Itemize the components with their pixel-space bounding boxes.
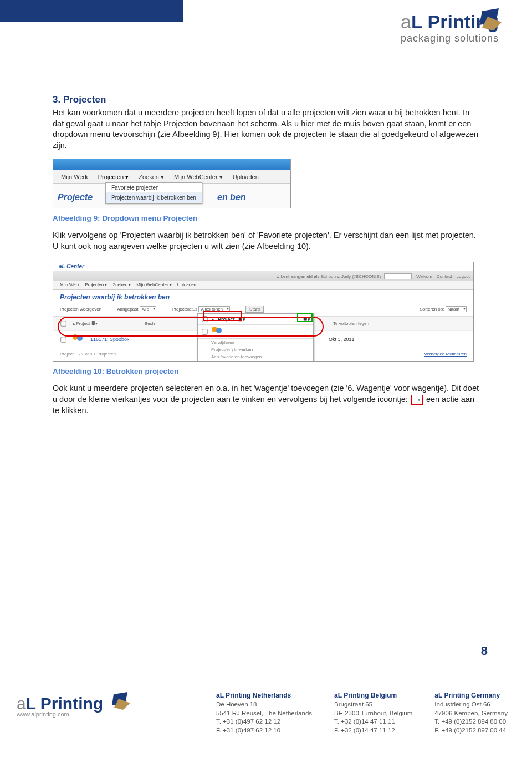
ss2-foot-left: Project 1 - 1 van 1 Projecten [60, 352, 116, 357]
ss2-link[interactable]: Welkom [416, 274, 432, 279]
footer-be-l2: BE-2300 Turnhout, Belgium [334, 709, 412, 718]
footer-brand-main: L Printing [26, 694, 103, 713]
ss2-popup-item[interactable]: Verwijderen [198, 339, 313, 346]
ss2-project-id[interactable]: 116171: Spoobox [90, 337, 146, 342]
ss1-tab[interactable]: Mijn WebCenter ▾ [174, 174, 223, 181]
ss1-title-right: en ben [217, 192, 246, 202]
ss2-row-check[interactable] [60, 337, 66, 342]
footer-columns: aL Printing Netherlands De Hoeven 18 554… [216, 691, 508, 735]
screenshot-projectlist: aL Center U bent aangemeld als Schoonis,… [53, 262, 474, 362]
ss1-tab[interactable]: Uploaden [233, 174, 259, 181]
header-logo: aL Printing packaging solutions [401, 11, 499, 44]
ss2-tabs: Mijn Werk Projecten ▾ Zoeken ▾ Mijn WebC… [53, 281, 473, 290]
caption-9: Afbeelding 9: Dropdown menu Projecten [53, 214, 479, 222]
footer-de-l4: F. +49 (0)2152 897 00 44 [434, 726, 508, 735]
footer-col-be: aL Printing Belgium Brugstraat 65 BE-230… [334, 691, 412, 735]
footer-col-de: aL Printing Germany Industriering Ost 66… [434, 691, 508, 735]
footer-logo-shape-icon [105, 690, 133, 712]
section-heading: 3. Projecten [53, 94, 479, 105]
ss1-title-left: Projecte [58, 192, 93, 202]
brand-subtitle: packaging solutions [401, 33, 499, 44]
screenshot-dropdown: Mijn Werk Projecten ▾ Zoeken ▾ Mijn WebC… [53, 159, 291, 208]
footer-col-nl: aL Printing Netherlands De Hoeven 18 554… [216, 691, 312, 735]
ss2-start-button[interactable]: Start! [245, 306, 264, 313]
footer-logo: aL Printing www.alprinting.com [17, 694, 103, 718]
ss2-select-sort[interactable]: Naam [446, 306, 467, 312]
ss1-dropdown: Favoriete projecten Projecten waarbij ik… [105, 182, 202, 204]
page-number: 8 [481, 644, 488, 658]
ss2-page-title: Projecten waarbij ik betrokken ben [53, 290, 473, 304]
ss2-topbar: U bent aangemeld als Schoonis, Jody (JSC… [53, 271, 473, 281]
ss2-filter-label3: Projectstatus [172, 307, 197, 312]
ss2-tab[interactable]: Zoeken ▾ [112, 282, 131, 288]
ss1-browser-bar [53, 159, 290, 170]
ss2-row-date2: Okt 3, 2011 [329, 337, 355, 342]
footer-be-l3: T. +32 (0)14 47 11 11 [334, 718, 412, 726]
ss2-tab[interactable]: Projecten ▾ [85, 282, 107, 288]
logo-shape-icon [471, 6, 504, 33]
footer-be-l1: Brugstraat 65 [334, 700, 412, 709]
ss2-tab[interactable]: Mijn WebCenter ▾ [136, 282, 171, 288]
inline-list-icon: ≣▾ [411, 395, 423, 405]
ss2-top-search[interactable] [384, 273, 412, 279]
ss2-top-links: Welkom Contact Logout [384, 273, 470, 279]
ss1-dd-item-highlighted[interactable]: Projecten waarbij ik betrokken ben [106, 193, 202, 203]
brand-prefix: a [401, 11, 411, 32]
ss2-filter-label: Projecten weergeven [60, 307, 101, 312]
ss2-link[interactable]: Logout [457, 274, 470, 279]
ss2-tab[interactable]: Uploaden [177, 282, 196, 288]
ss1-tab-projecten[interactable]: Projecten ▾ [98, 174, 129, 181]
footer-be-l4: F. +32 (0)14 47 11 12 [334, 726, 412, 735]
ss2-select-aangepast[interactable]: Alle [140, 306, 156, 312]
ss2-tab[interactable]: Mijn Werk [60, 282, 79, 288]
ss2-app-logo: aL Center [59, 263, 84, 269]
ss2-col-voltooien: Te voltooien tegen [333, 321, 369, 326]
top-blue-bar [0, 0, 183, 22]
ss1-tab[interactable]: Mijn Werk [61, 174, 88, 181]
footer-brand-prefix: a [17, 694, 26, 713]
footer-de-l3: T. +49 (0)2152 894 80 00 [434, 718, 508, 726]
caption-10: Afbeelding 10: Betrokken projecten [53, 367, 479, 375]
ss1-tabs: Mijn Werk Projecten ▾ Zoeken ▾ Mijn WebC… [53, 170, 290, 184]
main-content: 3. Projecten Het kan voorkomen dat u mee… [53, 94, 479, 421]
footer-nl-head: aL Printing Netherlands [216, 691, 312, 699]
footer-nl-l3: T. +31 (0)497 62 12 12 [216, 718, 312, 726]
ss2-popup-item[interactable]: Aan wagentje toevoegen [198, 360, 313, 362]
footer-nl-l4: F. +31 (0)497 62 12 10 [216, 726, 312, 735]
footer-de-l1: Industriering Ost 66 [434, 700, 508, 709]
ss2-popup-item[interactable]: Project(en) bijwerken [198, 346, 313, 353]
ss2-sort-label: Sorteren op: [420, 307, 444, 312]
ss2-login-text: U bent aangemeld als Schoonis, Jody (JSC… [57, 274, 384, 279]
ss2-logo-row: aL Center [53, 262, 473, 271]
ss1-tab[interactable]: Zoeken ▾ [139, 174, 164, 181]
red-highlight-small [203, 311, 242, 321]
ss1-dd-item[interactable]: Favoriete projecten [106, 183, 202, 193]
ss2-filter-label2: Aangepast [117, 307, 138, 312]
footer-nl-l1: De Hoeven 18 [216, 700, 312, 709]
footer-be-head: aL Printing Belgium [334, 691, 412, 699]
ss2-popup-item[interactable]: Aan favorieten toevoegen [198, 353, 313, 360]
ss2-link[interactable]: Contact [437, 274, 452, 279]
paragraph-3: Ook kunt u meerdere projecten selecteren… [53, 383, 479, 416]
page-footer: aL Printing www.alprinting.com aL Printi… [0, 680, 532, 758]
red-highlight-oval [58, 317, 324, 337]
green-highlight [297, 313, 313, 322]
footer-de-l2: 47906 Kempen, Germany [434, 709, 508, 718]
footer-de-head: aL Printing Germany [434, 691, 508, 699]
paragraph-2: Klik vervolgens op 'Projecten waarbij ik… [53, 230, 479, 252]
paragraph-1: Het kan voorkomen dat u meerdere project… [53, 108, 479, 151]
ss2-foot-right[interactable]: Verbergen Miniaturen [424, 352, 467, 357]
footer-nl-l2: 5541 RJ Reusel, The Netherlands [216, 709, 312, 718]
